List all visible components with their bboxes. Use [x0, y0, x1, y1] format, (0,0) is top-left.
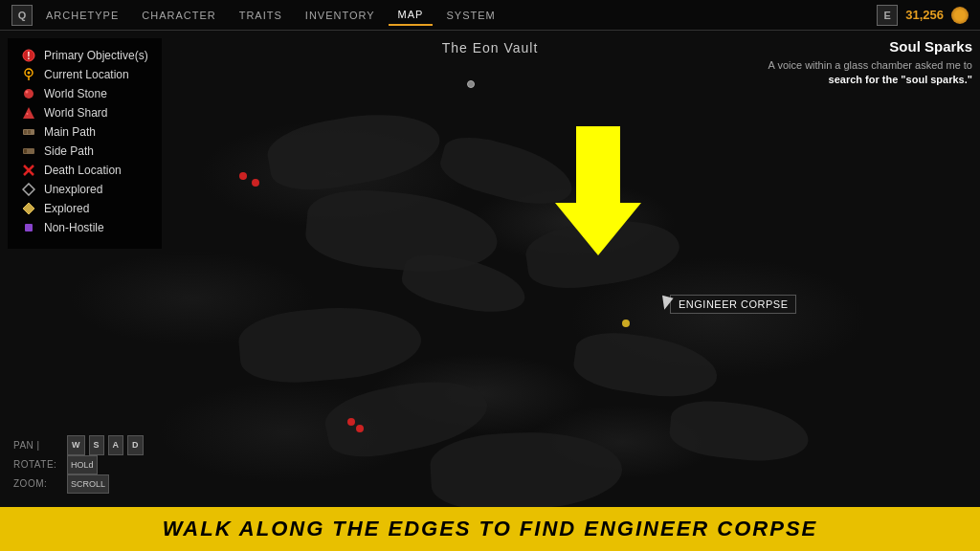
svg-point-8: [27, 113, 29, 115]
legend-main-path: Main Path: [21, 124, 148, 140]
key-s: S: [89, 435, 104, 454]
legend-current-location-label: Current Location: [44, 68, 129, 81]
arrow-head: [555, 203, 641, 255]
svg-point-5: [24, 89, 33, 99]
legend-world-stone: World Stone: [21, 86, 148, 101]
side-path-icon: [21, 143, 36, 159]
legend-side-path-label: Side Path: [44, 144, 94, 158]
legend-world-shard: World Shard: [21, 105, 148, 121]
legend-panel: ! Primary Objective(s) Current Location: [8, 38, 162, 249]
bottom-banner: WALK ALONG THE EDGES TO FIND ENGINEER CO…: [0, 507, 980, 551]
svg-point-6: [26, 91, 29, 94]
bottom-banner-text: WALK ALONG THE EDGES TO FIND ENGINEER CO…: [163, 517, 818, 541]
rotate-control: ROTATE: HOLd: [13, 455, 144, 474]
legend-side-path: Side Path: [21, 143, 148, 159]
map-marker-red: [347, 418, 355, 426]
legend-non-hostile: Non-Hostile: [21, 220, 148, 235]
legend-non-hostile-label: Non-Hostile: [44, 221, 104, 234]
legend-current-location: Current Location: [21, 67, 148, 82]
unexplored-icon: [21, 182, 36, 197]
objective-icon: !: [21, 48, 36, 63]
currency-icon: [951, 7, 969, 24]
quest-description: A voice within a glass chamber asked me …: [768, 58, 972, 88]
engineer-corpse-label: ENGINEER CORPSE: [670, 295, 796, 314]
legend-world-stone-label: World Stone: [44, 87, 107, 100]
legend-death-location-label: Death Location: [44, 164, 122, 177]
nav-right-group: E 31,256: [877, 5, 969, 26]
top-map-marker: [467, 80, 475, 88]
death-location-icon: [21, 163, 36, 178]
svg-text:!: !: [27, 51, 30, 61]
legend-unexplored: Unexplored: [21, 182, 148, 197]
main-path-icon: [21, 124, 36, 140]
svg-rect-18: [25, 224, 33, 231]
quest-title: Soul Sparks: [768, 38, 972, 55]
legend-main-path-label: Main Path: [44, 125, 96, 139]
non-hostile-icon: [21, 220, 36, 235]
nav-character[interactable]: CHARACTER: [132, 6, 225, 25]
zoom-label: ZOOM:: [13, 475, 63, 493]
svg-marker-17: [23, 203, 34, 214]
map-marker-red: [356, 425, 364, 432]
key-a: A: [108, 435, 124, 454]
legend-unexplored-label: Unexplored: [44, 183, 102, 196]
legend-explored-label: Explored: [44, 202, 89, 215]
legend-world-shard-label: World Shard: [44, 106, 107, 120]
map-marker-red: [239, 172, 247, 180]
svg-point-3: [28, 72, 31, 75]
e-button[interactable]: E: [877, 5, 898, 26]
currency-display: 31,256: [905, 8, 944, 22]
top-navigation: Q ARCHETYPE CHARACTER TRAITS INVENTORY M…: [0, 0, 980, 31]
map-marker-yellow: [622, 320, 630, 327]
legend-explored: Explored: [21, 201, 148, 216]
map-marker-red: [252, 179, 259, 187]
legend-objective: ! Primary Objective(s): [21, 48, 148, 63]
controls-panel: PAN | W S A D ROTATE: HOLd ZOOM: SCROLL: [13, 435, 144, 494]
explored-icon: [21, 201, 36, 216]
pan-control: PAN | W S A D: [13, 435, 144, 454]
svg-rect-10: [24, 130, 27, 134]
map-title: The Eon Vault: [442, 40, 539, 55]
map-area[interactable]: The Eon Vault Soul Sparks A voice within…: [0, 31, 980, 551]
svg-rect-11: [28, 130, 31, 134]
svg-rect-13: [24, 149, 27, 153]
svg-marker-7: [23, 107, 34, 119]
nav-archetype[interactable]: ARCHETYPE: [36, 6, 128, 25]
nav-inventory[interactable]: INVENTORY: [296, 6, 385, 25]
nav-system[interactable]: SYSTEM: [436, 6, 504, 25]
rotate-value: HOLd: [67, 455, 98, 474]
pan-label: PAN |: [13, 437, 63, 454]
svg-marker-16: [23, 184, 34, 195]
rotate-label: ROTATE:: [13, 456, 63, 474]
arrow-shaft: [576, 126, 620, 212]
key-d: D: [127, 435, 144, 454]
quest-info-panel: Soul Sparks A voice within a glass chamb…: [768, 38, 972, 88]
zoom-value: SCROLL: [67, 474, 109, 494]
world-stone-icon: [21, 86, 36, 101]
zoom-control: ZOOM: SCROLL: [13, 474, 144, 494]
q-button[interactable]: Q: [11, 5, 33, 26]
key-w: W: [67, 435, 85, 454]
nav-left-group: Q ARCHETYPE CHARACTER TRAITS INVENTORY M…: [11, 5, 505, 26]
current-location-icon: [21, 67, 36, 82]
legend-death-location: Death Location: [21, 163, 148, 178]
nav-map[interactable]: MAP: [389, 5, 434, 26]
world-shard-icon: [21, 105, 36, 121]
nav-traits[interactable]: TRAITS: [230, 6, 292, 25]
legend-objective-label: Primary Objective(s): [44, 49, 148, 62]
